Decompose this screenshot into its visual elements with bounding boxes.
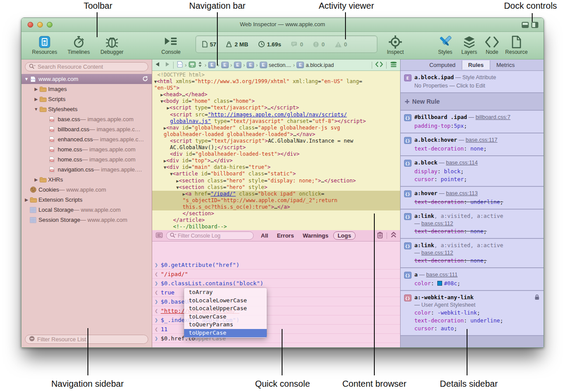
- toolbar-button-inspect[interactable]: Inspect: [378, 35, 412, 55]
- breadcrumb-element-chip[interactable]: E: [221, 62, 229, 68]
- console-log[interactable]: ❯$0.getAttribute("href")❮"/ipad/"❯$0.cla…: [152, 242, 400, 348]
- css-declaration[interactable]: padding-top:5px;: [415, 122, 540, 129]
- autocomplete-item[interactable]: toLocaleUpperCase: [184, 304, 267, 313]
- toolbar-button-layers[interactable]: Layers: [457, 35, 481, 55]
- style-rule[interactable]: {}#billboard .ipad — billboard.css:7padd…: [401, 111, 544, 133]
- console-scope-warnings[interactable]: Warnings: [299, 232, 332, 239]
- css-declaration[interactable]: text-decoration: none;: [415, 145, 540, 152]
- console-pane-icon[interactable]: [156, 232, 163, 240]
- rules-toggle-icon[interactable]: [390, 61, 398, 69]
- disclosure-open-icon[interactable]: ▼: [23, 77, 30, 81]
- stylesheet-link[interactable]: billboard.css:7: [475, 114, 510, 120]
- toolbar-button-debugger[interactable]: Debugger: [95, 35, 129, 55]
- disclosure-closed-icon[interactable]: ▶: [23, 197, 30, 202]
- css-declaration[interactable]: color: -webkit-link;: [415, 309, 540, 316]
- forward-icon[interactable]: [165, 62, 170, 68]
- autocomplete-item[interactable]: toArray: [184, 288, 267, 297]
- trash-icon[interactable]: [377, 231, 383, 240]
- style-rule[interactable]: {}a:link, a:visited, a:active— base.css:…: [401, 210, 544, 239]
- console-scope-logs[interactable]: Logs: [333, 231, 356, 240]
- style-rule[interactable]: {}a — base.css:111color: #08c;: [401, 268, 544, 291]
- new-rule-button[interactable]: New Rule: [401, 93, 544, 111]
- filter-resource-field[interactable]: [25, 335, 148, 344]
- css-declaration[interactable]: text-decoration: none;: [415, 228, 540, 234]
- breadcrumb-element-chip[interactable]: E: [247, 62, 254, 68]
- css-declaration[interactable]: text-decoration: underline;: [415, 317, 540, 324]
- tree-item-xhrs[interactable]: ▶XHRs: [21, 175, 152, 185]
- stepper-icon[interactable]: [198, 61, 202, 69]
- css-declaration[interactable]: text-decoration: none;: [415, 257, 540, 264]
- filter-console-field[interactable]: [166, 231, 254, 240]
- title-bar[interactable]: Web Inspector — www.apple.com: [21, 18, 544, 32]
- css-declaration[interactable]: display: block;: [415, 168, 540, 175]
- style-rule[interactable]: {}a.block:hover — base.css:117text-decor…: [401, 133, 544, 156]
- filter-console-input[interactable]: [178, 233, 250, 239]
- autocomplete-item[interactable]: toUpperCase: [184, 329, 267, 337]
- tree-item-base-css[interactable]: cssbase.css — images.apple.com: [21, 114, 152, 124]
- css-declaration[interactable]: cursor: auto;: [415, 325, 540, 332]
- dock-to-side-icon[interactable]: [531, 22, 538, 28]
- disclosure-closed-icon[interactable]: ▶: [33, 87, 39, 91]
- autocomplete-item[interactable]: toQueryParams: [184, 321, 267, 329]
- css-declaration[interactable]: color: #08c;: [415, 280, 540, 287]
- breadcrumb-element-chip[interactable]: E: [234, 62, 241, 68]
- tree-item-billboard-css[interactable]: cssbillboard.css — images.apple.c…: [21, 124, 152, 134]
- toolbar-button-console[interactable]: Console: [154, 35, 188, 55]
- style-rule[interactable]: {}a:-webkit-any-link— User Agent Stylesh…: [401, 291, 544, 336]
- console-scope-errors[interactable]: Errors: [273, 232, 298, 239]
- reload-icon[interactable]: [142, 76, 148, 83]
- breadcrumb-element-chip[interactable]: E: [208, 62, 216, 68]
- stylesheet-link[interactable]: base.css:117: [466, 137, 498, 143]
- tree-item-home-css[interactable]: csshome.css — images.apple.com: [21, 154, 152, 164]
- tree-item-www-apple-com[interactable]: ▼‹›www.apple.com: [21, 74, 152, 84]
- stylesheet-link[interactable]: base.css:113: [446, 190, 478, 196]
- autocomplete-item[interactable]: toLowerCase: [184, 313, 267, 321]
- tree-item-local-storage[interactable]: Local Storage — www.apple.com: [21, 205, 152, 215]
- tree-item-cookies[interactable]: Cookies — www.apple.com: [21, 185, 152, 195]
- tree-item-scripts[interactable]: ▶Scripts: [21, 94, 152, 104]
- tree-item-extension-scripts[interactable]: ▶Extension Scripts: [21, 195, 152, 205]
- expand-console-icon[interactable]: [391, 231, 397, 240]
- disclosure-closed-icon[interactable]: ▶: [33, 177, 39, 182]
- code-toggle-icon[interactable]: [375, 61, 383, 69]
- stylesheet-link[interactable]: base.css:114: [446, 160, 478, 166]
- disclosure-closed-icon[interactable]: ▶: [33, 97, 39, 102]
- dom-tree-icon[interactable]: [188, 61, 196, 69]
- toolbar-button-timelines[interactable]: Timelines: [62, 35, 96, 55]
- tree-item-home-css[interactable]: csshome.css — images.apple.com: [21, 144, 152, 154]
- color-swatch[interactable]: [437, 281, 442, 286]
- search-resource-field[interactable]: [25, 62, 148, 71]
- disclosure-open-icon[interactable]: ▼: [33, 107, 39, 112]
- toolbar-button-resources[interactable]: Resources: [28, 35, 62, 55]
- breadcrumb-element-chip[interactable]: Esection....: [260, 62, 291, 68]
- autocomplete-item[interactable]: toLocaleLowerCase: [184, 297, 267, 305]
- source-code-icon[interactable]: ‹›: [177, 61, 183, 69]
- content-browser[interactable]: <!DOCTYPE html>▼<html xmlns="http://www.…: [152, 71, 400, 230]
- console-scope-all[interactable]: All: [257, 232, 272, 239]
- tree-item-images[interactable]: ▶Images: [21, 84, 152, 94]
- style-rule[interactable]: {}a:link, a:visited, a:active— base.css:…: [401, 239, 544, 268]
- tree-item-navigation-css[interactable]: cssnavigation.css — images.apple.…: [21, 164, 152, 175]
- toolbar-button-styles[interactable]: Styles: [433, 35, 457, 55]
- tree-item-enhanced-css[interactable]: cssenhanced.css — images.apple.c…: [21, 134, 152, 144]
- search-resource-input[interactable]: [38, 63, 144, 70]
- stylesheet-link[interactable]: base.css:111: [426, 272, 458, 278]
- css-declaration[interactable]: text-decoration: underline;: [415, 199, 540, 205]
- style-rule[interactable]: {}a.block — base.css:114display: block;c…: [401, 156, 544, 187]
- stylesheet-link[interactable]: base.css:112: [422, 220, 453, 227]
- back-icon[interactable]: [155, 62, 160, 68]
- filter-resource-input[interactable]: [37, 336, 144, 343]
- css-declaration[interactable]: cursor: pointer;: [415, 176, 540, 182]
- style-rule[interactable]: Ea.block.ipad — Style AttributeNo Proper…: [401, 71, 544, 93]
- stylesheet-link[interactable]: base.css:112: [422, 250, 453, 256]
- style-rule[interactable]: {}a:hover — base.css:113text-decoration:…: [401, 187, 544, 210]
- dock-to-bottom-icon[interactable]: [522, 22, 529, 28]
- toolbar-button-resource[interactable]: Resource: [504, 35, 529, 55]
- tree-item-session-storage[interactable]: Session Storage — www.apple.com: [21, 215, 152, 225]
- breadcrumb-element-chip[interactable]: Ea.block.ipad: [296, 62, 334, 68]
- tree-item-stylesheets[interactable]: ▼Stylesheets: [21, 104, 152, 114]
- tab-computed[interactable]: Computed: [423, 60, 462, 70]
- toolbar-button-node[interactable]: Node: [480, 35, 504, 55]
- tab-rules[interactable]: Rules: [462, 60, 490, 70]
- tab-metrics[interactable]: Metrics: [490, 60, 521, 70]
